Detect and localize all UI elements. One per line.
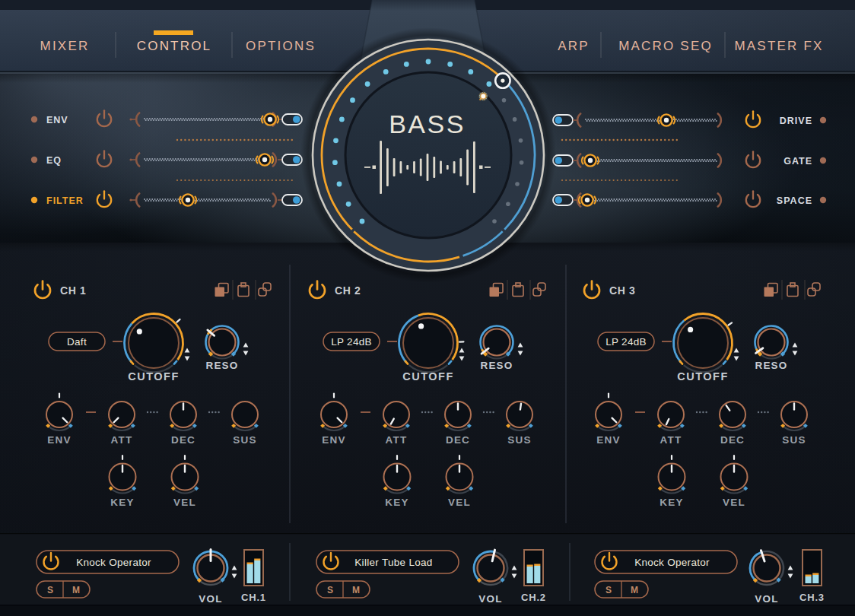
svg-text:LP 24dB: LP 24dB xyxy=(331,336,372,348)
svg-text:CH 2: CH 2 xyxy=(335,284,361,297)
svg-text:LP 24dB: LP 24dB xyxy=(605,336,647,348)
svg-text:S: S xyxy=(47,585,53,595)
svg-text:ENV: ENV xyxy=(47,434,71,446)
svg-text:FILTER: FILTER xyxy=(46,195,84,206)
svg-text:KEY: KEY xyxy=(385,497,408,508)
svg-text:CONTROL: CONTROL xyxy=(137,39,212,53)
svg-text:DRIVE: DRIVE xyxy=(780,116,812,126)
svg-text:GATE: GATE xyxy=(783,156,812,167)
svg-text:ATT: ATT xyxy=(660,434,682,446)
svg-text:KEY: KEY xyxy=(660,497,683,508)
svg-text:S: S xyxy=(327,585,333,595)
svg-text:CUTOFF: CUTOFF xyxy=(402,370,454,383)
svg-text:RESO: RESO xyxy=(205,360,238,371)
svg-text:BASS: BASS xyxy=(389,110,466,138)
svg-text:RESO: RESO xyxy=(480,360,513,371)
svg-text:DEC: DEC xyxy=(446,434,470,446)
svg-text:RESO: RESO xyxy=(755,360,787,371)
svg-text:ENV: ENV xyxy=(596,434,620,446)
svg-text:S: S xyxy=(605,585,612,595)
svg-text:DEC: DEC xyxy=(171,434,195,446)
svg-text:SPACE: SPACE xyxy=(777,195,812,206)
svg-text:M: M xyxy=(72,585,80,595)
svg-text:M: M xyxy=(631,585,638,595)
svg-text:ENV: ENV xyxy=(46,115,68,125)
svg-text:ATT: ATT xyxy=(111,434,133,446)
svg-text:EQ: EQ xyxy=(46,155,62,166)
svg-text:OPTIONS: OPTIONS xyxy=(246,39,316,53)
svg-text:CUTOFF: CUTOFF xyxy=(128,370,180,383)
svg-text:Daft: Daft xyxy=(67,336,87,348)
svg-text:ENV: ENV xyxy=(322,434,345,446)
svg-text:SUS: SUS xyxy=(782,434,806,446)
svg-text:VEL: VEL xyxy=(448,497,471,508)
svg-text:M: M xyxy=(352,585,360,595)
svg-text:VEL: VEL xyxy=(173,497,196,508)
svg-text:DEC: DEC xyxy=(720,434,745,446)
svg-text:MASTER FX: MASTER FX xyxy=(734,39,823,53)
svg-text:Knock Operator: Knock Operator xyxy=(634,557,710,568)
svg-text:VOL: VOL xyxy=(478,593,502,605)
svg-text:CH 3: CH 3 xyxy=(609,284,635,297)
svg-text:KEY: KEY xyxy=(110,497,134,508)
svg-text:ARP: ARP xyxy=(558,39,590,53)
svg-text:MIXER: MIXER xyxy=(40,39,90,53)
svg-text:MACRO SEQ: MACRO SEQ xyxy=(618,39,713,53)
svg-text:VOL: VOL xyxy=(755,593,778,605)
svg-text:CH 1: CH 1 xyxy=(60,284,86,297)
svg-text:CH.2: CH.2 xyxy=(521,592,546,603)
svg-text:VOL: VOL xyxy=(199,593,222,605)
svg-text:CH.1: CH.1 xyxy=(241,592,266,603)
svg-text:CUTOFF: CUTOFF xyxy=(677,370,729,383)
svg-text:VEL: VEL xyxy=(723,497,745,508)
svg-text:SUS: SUS xyxy=(507,434,531,446)
svg-text:ATT: ATT xyxy=(386,434,408,446)
svg-text:Knock Operator: Knock Operator xyxy=(76,557,151,568)
svg-text:Killer Tube Load: Killer Tube Load xyxy=(354,557,432,568)
svg-text:CH.3: CH.3 xyxy=(799,592,825,603)
svg-text:SUS: SUS xyxy=(233,434,256,446)
